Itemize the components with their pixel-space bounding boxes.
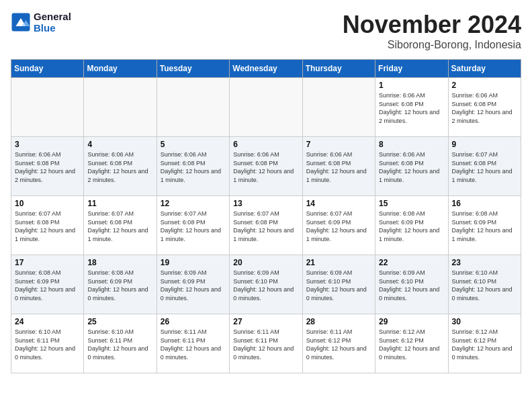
weekday-header: Wednesday <box>230 60 302 78</box>
calendar-cell: 7Sunrise: 6:06 AM Sunset: 6:08 PM Daylig… <box>302 137 375 196</box>
logo-icon <box>11 12 31 32</box>
day-number: 23 <box>452 258 517 267</box>
day-number: 16 <box>452 199 517 208</box>
subtitle: Siborong-Borong, Indonesia <box>343 39 521 51</box>
header: General Blue November 2024 Siborong-Boro… <box>11 11 521 51</box>
day-number: 15 <box>379 199 444 208</box>
calendar-cell: 21Sunrise: 6:09 AM Sunset: 6:10 PM Dayli… <box>302 255 375 314</box>
week-row: 17Sunrise: 6:08 AM Sunset: 6:09 PM Dayli… <box>11 255 521 314</box>
day-info: Sunrise: 6:12 AM Sunset: 6:12 PM Dayligh… <box>452 328 517 361</box>
day-info: Sunrise: 6:10 AM Sunset: 6:11 PM Dayligh… <box>15 328 80 361</box>
calendar-cell: 22Sunrise: 6:09 AM Sunset: 6:10 PM Dayli… <box>375 255 448 314</box>
calendar-cell: 3Sunrise: 6:06 AM Sunset: 6:08 PM Daylig… <box>11 137 84 196</box>
day-info: Sunrise: 6:10 AM Sunset: 6:10 PM Dayligh… <box>452 269 517 302</box>
day-number: 9 <box>452 140 517 149</box>
day-info: Sunrise: 6:11 AM Sunset: 6:11 PM Dayligh… <box>233 328 298 361</box>
calendar: SundayMondayTuesdayWednesdayThursdayFrid… <box>11 59 521 373</box>
day-number: 3 <box>15 140 80 149</box>
day-info: Sunrise: 6:06 AM Sunset: 6:08 PM Dayligh… <box>379 150 444 184</box>
day-number: 21 <box>306 258 371 267</box>
day-number: 26 <box>161 317 226 326</box>
day-number: 13 <box>233 199 298 208</box>
calendar-cell: 29Sunrise: 6:12 AM Sunset: 6:12 PM Dayli… <box>375 314 448 373</box>
day-info: Sunrise: 6:07 AM Sunset: 6:08 PM Dayligh… <box>87 210 152 243</box>
day-info: Sunrise: 6:07 AM Sunset: 6:08 PM Dayligh… <box>161 210 226 243</box>
calendar-cell <box>11 78 84 137</box>
day-number: 14 <box>306 199 371 208</box>
calendar-cell <box>302 78 375 137</box>
day-info: Sunrise: 6:07 AM Sunset: 6:08 PM Dayligh… <box>15 210 80 243</box>
calendar-cell: 2Sunrise: 6:06 AM Sunset: 6:08 PM Daylig… <box>448 78 521 137</box>
day-number: 24 <box>15 317 80 326</box>
day-number: 7 <box>306 140 371 149</box>
day-info: Sunrise: 6:06 AM Sunset: 6:08 PM Dayligh… <box>161 150 226 184</box>
calendar-cell: 28Sunrise: 6:11 AM Sunset: 6:12 PM Dayli… <box>302 314 375 373</box>
day-info: Sunrise: 6:06 AM Sunset: 6:08 PM Dayligh… <box>15 150 80 184</box>
calendar-cell: 15Sunrise: 6:08 AM Sunset: 6:09 PM Dayli… <box>375 196 448 255</box>
title-area: November 2024 Siborong-Borong, Indonesia <box>343 11 521 51</box>
week-row: 1Sunrise: 6:06 AM Sunset: 6:08 PM Daylig… <box>11 78 521 137</box>
day-number: 17 <box>15 258 80 267</box>
weekday-header-row: SundayMondayTuesdayWednesdayThursdayFrid… <box>11 60 521 78</box>
day-number: 10 <box>15 199 80 208</box>
calendar-cell: 19Sunrise: 6:09 AM Sunset: 6:09 PM Dayli… <box>157 255 229 314</box>
day-info: Sunrise: 6:11 AM Sunset: 6:12 PM Dayligh… <box>306 328 371 361</box>
day-info: Sunrise: 6:06 AM Sunset: 6:08 PM Dayligh… <box>87 150 152 184</box>
calendar-cell: 1Sunrise: 6:06 AM Sunset: 6:08 PM Daylig… <box>375 78 448 137</box>
calendar-cell: 25Sunrise: 6:10 AM Sunset: 6:11 PM Dayli… <box>84 314 157 373</box>
day-number: 28 <box>306 317 371 326</box>
day-number: 19 <box>161 258 226 267</box>
day-number: 6 <box>233 140 298 149</box>
calendar-cell: 20Sunrise: 6:09 AM Sunset: 6:10 PM Dayli… <box>230 255 302 314</box>
day-info: Sunrise: 6:08 AM Sunset: 6:09 PM Dayligh… <box>379 210 444 243</box>
day-info: Sunrise: 6:09 AM Sunset: 6:10 PM Dayligh… <box>306 269 371 302</box>
day-number: 5 <box>161 140 226 149</box>
day-info: Sunrise: 6:09 AM Sunset: 6:10 PM Dayligh… <box>379 269 444 302</box>
day-info: Sunrise: 6:07 AM Sunset: 6:08 PM Dayligh… <box>452 150 517 184</box>
day-number: 1 <box>379 81 444 90</box>
day-number: 20 <box>233 258 298 267</box>
calendar-cell: 10Sunrise: 6:07 AM Sunset: 6:08 PM Dayli… <box>11 196 84 255</box>
logo: General Blue <box>11 11 71 34</box>
day-info: Sunrise: 6:08 AM Sunset: 6:09 PM Dayligh… <box>452 210 517 243</box>
day-info: Sunrise: 6:08 AM Sunset: 6:09 PM Dayligh… <box>87 269 152 302</box>
day-number: 25 <box>87 317 152 326</box>
logo-text: General Blue <box>34 11 71 34</box>
weekday-header: Saturday <box>448 60 521 78</box>
calendar-cell: 18Sunrise: 6:08 AM Sunset: 6:09 PM Dayli… <box>84 255 157 314</box>
week-row: 24Sunrise: 6:10 AM Sunset: 6:11 PM Dayli… <box>11 314 521 373</box>
calendar-cell: 24Sunrise: 6:10 AM Sunset: 6:11 PM Dayli… <box>11 314 84 373</box>
calendar-cell: 11Sunrise: 6:07 AM Sunset: 6:08 PM Dayli… <box>84 196 157 255</box>
day-info: Sunrise: 6:09 AM Sunset: 6:10 PM Dayligh… <box>233 269 298 302</box>
week-row: 3Sunrise: 6:06 AM Sunset: 6:08 PM Daylig… <box>11 137 521 196</box>
day-number: 29 <box>379 317 444 326</box>
day-number: 30 <box>452 317 517 326</box>
day-info: Sunrise: 6:09 AM Sunset: 6:09 PM Dayligh… <box>161 269 226 302</box>
month-title: November 2024 <box>343 11 521 39</box>
day-info: Sunrise: 6:07 AM Sunset: 6:08 PM Dayligh… <box>233 210 298 243</box>
calendar-cell: 27Sunrise: 6:11 AM Sunset: 6:11 PM Dayli… <box>230 314 302 373</box>
calendar-cell <box>84 78 157 137</box>
calendar-cell: 6Sunrise: 6:06 AM Sunset: 6:08 PM Daylig… <box>230 137 302 196</box>
day-info: Sunrise: 6:12 AM Sunset: 6:12 PM Dayligh… <box>379 328 444 361</box>
day-info: Sunrise: 6:10 AM Sunset: 6:11 PM Dayligh… <box>87 328 152 361</box>
weekday-header: Friday <box>375 60 448 78</box>
calendar-cell: 16Sunrise: 6:08 AM Sunset: 6:09 PM Dayli… <box>448 196 521 255</box>
calendar-cell: 13Sunrise: 6:07 AM Sunset: 6:08 PM Dayli… <box>230 196 302 255</box>
day-number: 27 <box>233 317 298 326</box>
day-info: Sunrise: 6:06 AM Sunset: 6:08 PM Dayligh… <box>306 150 371 184</box>
calendar-cell: 30Sunrise: 6:12 AM Sunset: 6:12 PM Dayli… <box>448 314 521 373</box>
weekday-header: Sunday <box>11 60 84 78</box>
calendar-cell: 14Sunrise: 6:07 AM Sunset: 6:09 PM Dayli… <box>302 196 375 255</box>
day-number: 4 <box>87 140 152 149</box>
day-number: 8 <box>379 140 444 149</box>
weekday-header: Thursday <box>302 60 375 78</box>
calendar-cell: 5Sunrise: 6:06 AM Sunset: 6:08 PM Daylig… <box>157 137 229 196</box>
day-number: 18 <box>87 258 152 267</box>
calendar-cell: 4Sunrise: 6:06 AM Sunset: 6:08 PM Daylig… <box>84 137 157 196</box>
calendar-cell: 23Sunrise: 6:10 AM Sunset: 6:10 PM Dayli… <box>448 255 521 314</box>
day-info: Sunrise: 6:06 AM Sunset: 6:08 PM Dayligh… <box>379 91 444 125</box>
day-info: Sunrise: 6:06 AM Sunset: 6:08 PM Dayligh… <box>452 91 517 125</box>
day-info: Sunrise: 6:07 AM Sunset: 6:09 PM Dayligh… <box>306 210 371 243</box>
calendar-cell <box>230 78 302 137</box>
